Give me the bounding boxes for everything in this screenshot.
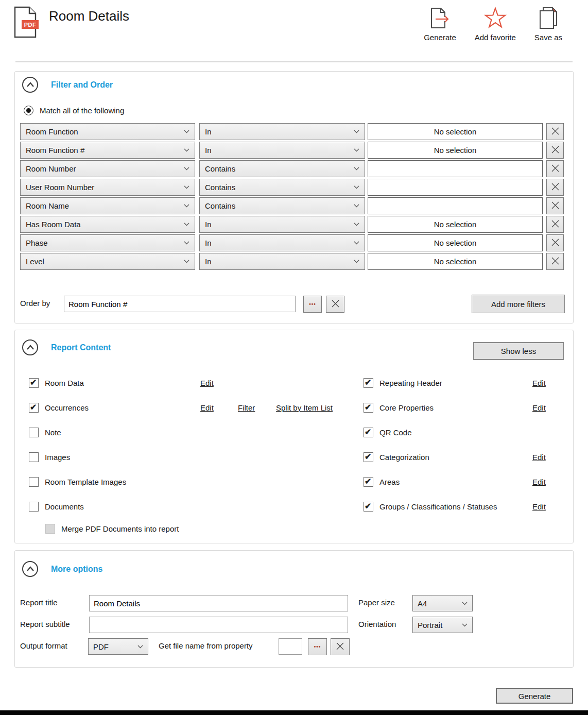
edit-link[interactable]: Edit	[532, 478, 546, 486]
filter-value-selector[interactable]: No selection	[368, 234, 543, 251]
remove-filter-button[interactable]	[546, 123, 564, 140]
filter-operator-value: In	[205, 146, 212, 155]
output-format-value: PDF	[93, 642, 109, 651]
filter-value-input[interactable]	[368, 179, 543, 196]
edit-link[interactable]: Edit	[200, 403, 214, 412]
file-name-property-label: Get file name from property	[159, 641, 253, 650]
filter-field-dropdown[interactable]: Level	[20, 253, 195, 270]
remove-filter-button[interactable]	[546, 216, 564, 233]
filter-operator-value: In	[205, 257, 212, 266]
room-data-checkbox[interactable]	[29, 378, 39, 388]
edit-link[interactable]: Edit	[532, 379, 546, 387]
groups-classifications-checkbox[interactable]	[364, 502, 373, 512]
filter-field-dropdown[interactable]: Room Name	[20, 197, 195, 214]
filter-field-dropdown[interactable]: Room Function	[20, 123, 195, 140]
filter-value-selector[interactable]: No selection	[368, 142, 543, 159]
report-subtitle-input[interactable]	[89, 617, 348, 633]
occurrences-checkbox[interactable]	[29, 403, 39, 413]
file-name-property-browse-button[interactable]: •••	[308, 638, 327, 655]
filter-field-dropdown[interactable]: Has Room Data	[20, 216, 195, 233]
filter-field-value: Room Name	[26, 201, 69, 210]
chevron-down-icon	[184, 204, 189, 208]
filter-link[interactable]: Filter	[238, 403, 255, 412]
content-item-label: QR Code	[379, 428, 412, 437]
more-options-title: More options	[51, 565, 102, 574]
edit-link[interactable]: Edit	[532, 502, 546, 511]
remove-filter-button[interactable]	[546, 179, 564, 196]
close-icon	[551, 219, 560, 230]
categorization-checkbox[interactable]	[364, 452, 373, 462]
remove-filter-button[interactable]	[546, 234, 564, 251]
generate-button[interactable]: Generate	[496, 688, 573, 704]
add-more-filters-button[interactable]: Add more filters	[472, 295, 565, 313]
output-format-dropdown[interactable]: PDF	[88, 638, 148, 655]
documents-checkbox[interactable]	[29, 502, 39, 512]
collapse-options-icon[interactable]	[22, 561, 38, 577]
file-name-property-input[interactable]	[279, 638, 302, 655]
edit-link[interactable]: Edit	[532, 453, 546, 462]
content-item-row: Room Template Images	[29, 475, 353, 488]
file-name-property-clear-button[interactable]	[331, 638, 350, 655]
paper-size-dropdown[interactable]: A4	[412, 595, 473, 611]
filter-operator-dropdown[interactable]: In	[199, 123, 365, 140]
filter-value-input[interactable]	[368, 197, 543, 214]
split-by-item-list-link[interactable]: Split by Item List	[276, 403, 333, 412]
filter-field-value: Has Room Data	[26, 220, 81, 229]
content-item-row: Note	[29, 426, 353, 438]
filter-operator-dropdown[interactable]: In	[199, 234, 365, 251]
save-as-button[interactable]: Save as	[534, 6, 562, 42]
filter-field-dropdown[interactable]: Phase	[20, 234, 195, 251]
chevron-down-icon	[184, 130, 189, 133]
content-item-label: Areas	[379, 478, 400, 486]
close-icon	[551, 201, 560, 211]
areas-checkbox[interactable]	[364, 477, 373, 487]
orientation-dropdown[interactable]: Portrait	[412, 617, 473, 633]
filter-field-dropdown[interactable]: Room Number	[20, 160, 195, 177]
content-item-row: Groups / Classifications / Statuses Edit	[364, 500, 567, 513]
match-all-option[interactable]: Match all of the following	[24, 106, 124, 115]
content-item-row: Repeating Header Edit	[364, 377, 567, 389]
report-content-section: Report Content Show less Room Data Edit …	[14, 330, 574, 543]
remove-filter-button[interactable]	[546, 142, 564, 159]
filter-value-selector[interactable]: No selection	[368, 123, 543, 140]
add-favorite-button[interactable]: Add favorite	[475, 6, 516, 42]
remove-filter-button[interactable]	[546, 160, 564, 177]
match-all-label: Match all of the following	[40, 106, 124, 115]
chevron-down-icon	[354, 223, 359, 226]
ellipsis-icon: •••	[309, 301, 316, 307]
images-checkbox[interactable]	[29, 452, 39, 462]
more-options-section: More options Report title Paper size A4 …	[14, 550, 574, 668]
collapse-filter-icon[interactable]	[22, 77, 38, 93]
filter-operator-dropdown[interactable]: Contains	[199, 160, 365, 177]
match-all-radio[interactable]	[24, 106, 33, 115]
filter-operator-dropdown[interactable]: In	[199, 142, 365, 159]
filter-operator-dropdown[interactable]: Contains	[199, 197, 365, 214]
filter-value-selector[interactable]: No selection	[368, 216, 543, 233]
edit-link[interactable]: Edit	[532, 403, 546, 412]
order-by-clear-button[interactable]	[326, 296, 344, 313]
filter-field-dropdown[interactable]: User Room Number	[20, 179, 195, 196]
order-by-input[interactable]	[64, 296, 296, 312]
qr-code-checkbox[interactable]	[364, 428, 373, 437]
paper-size-label: Paper size	[358, 598, 395, 607]
filter-operator-dropdown[interactable]: Contains	[199, 179, 365, 196]
filter-field-value: Phase	[26, 239, 48, 247]
order-by-browse-button[interactable]: •••	[303, 296, 322, 313]
filter-value-input[interactable]	[368, 160, 543, 177]
show-less-button[interactable]: Show less	[473, 342, 564, 360]
window-bottom-edge	[0, 710, 588, 715]
remove-filter-button[interactable]	[546, 253, 564, 270]
filter-value-selector[interactable]: No selection	[368, 253, 543, 270]
filter-operator-dropdown[interactable]: In	[199, 253, 365, 270]
generate-header-button[interactable]: Generate	[424, 6, 456, 42]
repeating-header-checkbox[interactable]	[364, 378, 373, 388]
note-checkbox[interactable]	[29, 428, 39, 437]
core-properties-checkbox[interactable]	[364, 403, 373, 413]
edit-link[interactable]: Edit	[200, 379, 214, 387]
report-title-input[interactable]	[89, 595, 348, 611]
remove-filter-button[interactable]	[546, 197, 564, 214]
filter-field-dropdown[interactable]: Room Function #	[20, 142, 195, 159]
room-template-images-checkbox[interactable]	[29, 477, 39, 487]
filter-operator-dropdown[interactable]: In	[199, 216, 365, 233]
collapse-content-icon[interactable]	[22, 339, 38, 355]
